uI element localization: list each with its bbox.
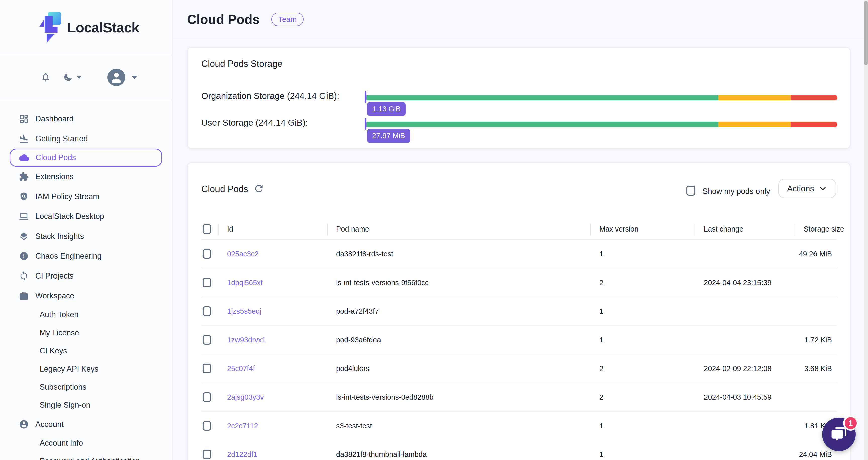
pod-id-link[interactable]: 2d122df1 (218, 451, 327, 459)
sidebar-item-label: Dashboard (35, 114, 73, 123)
sidebar-item-label: IAM Policy Stream (35, 192, 99, 201)
person-icon (107, 68, 125, 86)
sidebar-iconbar (0, 55, 172, 99)
storage-bar-green-segment (365, 122, 718, 127)
sidebar-item-my-license[interactable]: My License (0, 324, 172, 342)
sidebar-item-label: Auth Token (40, 310, 79, 319)
row-checkbox[interactable] (203, 249, 211, 259)
sidebar-item-getting-started[interactable]: Getting Started (0, 129, 172, 149)
briefcase-icon (19, 291, 29, 301)
select-all-checkbox[interactable] (203, 224, 211, 234)
column-header-id[interactable]: Id (218, 225, 327, 233)
sidebar-item-cloud-pods[interactable]: Cloud Pods (9, 149, 162, 167)
page-scrollbar[interactable] (864, 0, 868, 460)
sidebar-item-label: Getting Started (35, 134, 88, 143)
org-storage-usage-marker (365, 91, 366, 103)
row-checkbox[interactable] (203, 450, 211, 459)
sidebar-item-ci-projects[interactable]: CI Projects (0, 266, 172, 286)
pod-id-link[interactable]: 1jzs5s5eqj (218, 307, 327, 315)
sidebar-item-label: Chaos Engineering (35, 252, 102, 261)
localstack-logo[interactable]: LocalStack (0, 0, 172, 55)
max-version-cell: 1 (590, 451, 695, 459)
column-header-last-change[interactable]: Last change (695, 225, 795, 233)
sidebar-item-stack-insights[interactable]: Stack Insights (0, 226, 172, 246)
sync-icon (19, 271, 29, 281)
pod-name-cell: pod-93a6fdea (327, 336, 590, 344)
pod-name-cell: pod4lukas (327, 365, 590, 373)
row-checkbox[interactable] (203, 364, 211, 373)
sidebar-item-ci-keys[interactable]: CI Keys (0, 342, 172, 360)
pod-name-cell: da3821f8-thumbnail-lambda (327, 451, 590, 459)
table-row: 2d122df1 da3821f8-thumbnail-lambda 1 24.… (202, 440, 837, 460)
sidebar-item-password-authentication[interactable]: Password and Authentication (0, 452, 172, 460)
avatar[interactable] (107, 68, 125, 86)
dashboard-icon (19, 114, 29, 124)
sidebar-item-chaos-engineering[interactable]: Chaos Engineering (0, 246, 172, 266)
row-checkbox[interactable] (203, 278, 211, 287)
main-content: Cloud Pods Team Cloud Pods Storage Organ… (173, 0, 864, 460)
user-storage-label: User Storage (244.14 GiB): (202, 118, 308, 128)
chat-widget-button[interactable]: 1 (822, 418, 856, 451)
max-version-cell: 1 (590, 250, 695, 258)
octagon-alert-icon (19, 251, 29, 261)
storage-bar-green-segment (365, 95, 718, 100)
laptop-icon (19, 211, 29, 222)
row-checkbox[interactable] (203, 335, 211, 345)
page-title: Cloud Pods (187, 12, 260, 27)
sidebar-item-label: CI Keys (40, 346, 67, 355)
sidebar-item-auth-token[interactable]: Auth Token (0, 306, 172, 324)
sidebar-item-label: Account (35, 420, 64, 429)
cloud-icon (19, 152, 29, 163)
sidebar-item-label: Stack Insights (35, 232, 84, 241)
row-checkbox[interactable] (203, 421, 211, 431)
sidebar-item-workspace[interactable]: Workspace (0, 286, 172, 306)
sidebar-item-iam-policy-stream[interactable]: IAM Policy Stream (0, 186, 172, 206)
user-storage-bar (365, 122, 837, 127)
sidebar-item-single-sign-on[interactable]: Single Sign-on (0, 396, 172, 414)
notifications-bell-icon[interactable] (40, 72, 51, 83)
pod-id-link[interactable]: 2ajsg03y3v (218, 393, 327, 401)
sidebar-item-label: Legacy API Keys (40, 365, 98, 374)
row-checkbox[interactable] (203, 392, 211, 402)
sidebar-item-account-info[interactable]: Account Info (0, 434, 172, 452)
pod-id-link[interactable]: 025ac3c2 (218, 250, 327, 258)
column-header-storage-size[interactable]: Storage size (795, 225, 850, 233)
table-row: 025ac3c2 da3821f8-rds-test 1 49.26 MiB (202, 239, 837, 268)
localstack-console: LocalStack (0, 0, 868, 460)
pod-id-link[interactable]: 2c2c7112 (218, 422, 327, 430)
theme-caret-icon[interactable] (77, 76, 82, 79)
sidebar-item-legacy-api-keys[interactable]: Legacy API Keys (0, 360, 172, 378)
sidebar-item-account[interactable]: Account (0, 414, 172, 434)
refresh-icon[interactable] (253, 183, 265, 194)
pod-name-cell: pod-a72f43f7 (327, 307, 590, 315)
chat-unread-badge: 1 (843, 415, 858, 431)
org-storage-label: Organization Storage (244.14 GiB): (202, 91, 339, 101)
puzzle-icon (19, 172, 29, 182)
layers-icon (19, 231, 29, 241)
actions-button[interactable]: Actions (778, 179, 836, 198)
max-version-cell: 1 (590, 336, 695, 344)
pod-id-link[interactable]: 1zw93drvx1 (218, 336, 327, 344)
sidebar-item-extensions[interactable]: Extensions (0, 167, 172, 186)
sidebar-item-subscriptions[interactable]: Subscriptions (0, 378, 172, 396)
theme-moon-icon[interactable] (62, 72, 73, 83)
storage-bar-yellow-segment (718, 95, 790, 100)
storage-size-cell: 24.04 MiB (795, 451, 837, 459)
actions-button-label: Actions (787, 184, 814, 193)
localstack-logo-icon (39, 12, 62, 43)
pod-id-link[interactable]: 1dpql565xt (218, 279, 327, 287)
account-caret-icon[interactable] (132, 76, 137, 79)
org-storage-bar (365, 95, 837, 100)
show-my-pods-label: Show my pods only (703, 187, 770, 196)
column-header-max-version[interactable]: Max version (590, 225, 695, 233)
pod-name-cell: s3-test-test (327, 422, 590, 430)
sidebar-item-label: My License (40, 328, 79, 337)
sidebar-item-dashboard[interactable]: Dashboard (0, 109, 172, 129)
column-header-pod-name[interactable]: Pod name (327, 225, 590, 233)
pod-id-link[interactable]: 25c07f4f (218, 365, 327, 373)
scrollbar-thumb[interactable] (864, 1, 868, 65)
show-my-pods-checkbox[interactable] (686, 185, 695, 196)
sidebar-item-localstack-desktop[interactable]: LocalStack Desktop (0, 206, 172, 226)
row-checkbox[interactable] (203, 307, 211, 316)
sidebar-item-label: Password and Authentication (40, 457, 140, 460)
